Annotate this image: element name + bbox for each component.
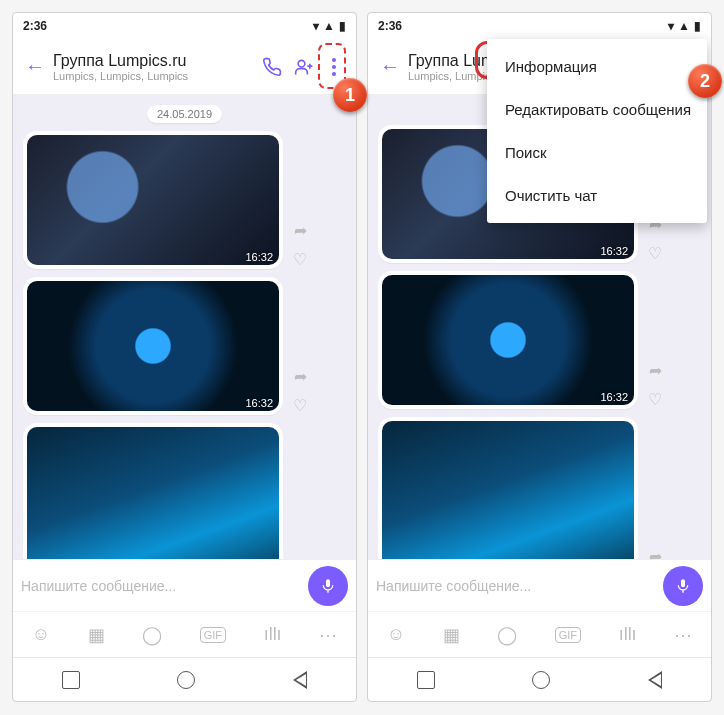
wifi-icon: ▾ — [668, 19, 674, 33]
callout-2: 2 — [688, 64, 722, 98]
image-message[interactable]: 16:32 — [378, 271, 638, 409]
menu-item-info[interactable]: Информация — [487, 45, 707, 88]
message-time: 16:32 — [245, 397, 273, 409]
gallery-icon[interactable]: ▦ — [88, 624, 105, 646]
menu-item-clear[interactable]: Очистить чат — [487, 174, 707, 217]
message-row: 16:32 ➦ ♡ — [13, 273, 356, 419]
date-pill: 24.05.2019 — [147, 105, 222, 123]
share-icon[interactable]: ➦ — [644, 547, 666, 559]
image-content — [382, 421, 634, 559]
svg-point-0 — [298, 60, 305, 67]
battery-icon: ▮ — [339, 19, 346, 33]
gif-icon[interactable]: GIF — [200, 627, 226, 643]
input-row: Напишите сообщение... — [13, 559, 356, 611]
back-button[interactable]: ← — [376, 53, 404, 81]
callout-1: 1 — [333, 78, 367, 112]
more-menu: Информация Редактировать сообщения Поиск… — [487, 39, 707, 223]
android-nav — [13, 657, 356, 701]
mic-button[interactable] — [308, 566, 348, 606]
nav-recent[interactable] — [62, 671, 80, 689]
like-icon[interactable]: ♡ — [644, 244, 666, 263]
message-row: 16:32 ➦ ♡ — [13, 419, 356, 559]
status-time: 2:36 — [378, 19, 668, 33]
gallery-icon[interactable]: ▦ — [443, 624, 460, 646]
call-button[interactable] — [256, 51, 288, 83]
message-actions: ➦ ♡ — [644, 361, 666, 409]
camera-icon[interactable]: ◯ — [497, 624, 517, 646]
message-actions: ➦ ♡ — [289, 553, 311, 559]
status-bar: 2:36 ▾ ▲ ▮ — [13, 13, 356, 39]
chat-body[interactable]: 24.05.2019 16:32 ➦ ♡ 16:32 ➦ ♡ — [13, 95, 356, 559]
wifi-icon: ▾ — [313, 19, 319, 33]
message-input[interactable]: Напишите сообщение... — [21, 578, 300, 594]
image-content — [27, 427, 279, 559]
message-actions: ➦ ♡ — [644, 547, 666, 559]
nav-home[interactable] — [532, 671, 550, 689]
audio-icon[interactable]: ıllı — [264, 624, 282, 645]
like-icon[interactable]: ♡ — [644, 390, 666, 409]
audio-icon[interactable]: ıllı — [619, 624, 637, 645]
message-row: 16:32 ➦ ♡ — [368, 267, 711, 413]
camera-icon[interactable]: ◯ — [142, 624, 162, 646]
message-time: 16:32 — [600, 245, 628, 257]
image-content — [382, 275, 634, 405]
message-actions: ➦ ♡ — [289, 221, 311, 269]
image-message[interactable]: 16:32 — [23, 277, 283, 415]
nav-recent[interactable] — [417, 671, 435, 689]
message-input[interactable]: Напишите сообщение... — [376, 578, 655, 594]
nav-back[interactable] — [293, 671, 307, 689]
sticker-icon[interactable]: ☺ — [387, 624, 405, 645]
nav-home[interactable] — [177, 671, 195, 689]
image-message[interactable]: 16:32 — [23, 423, 283, 559]
message-row: 16:32 ➦ ♡ — [368, 413, 711, 559]
phone-left: 2:36 ▾ ▲ ▮ ← Группа Lumpics.ru Lumpics, … — [12, 12, 357, 702]
nav-back[interactable] — [648, 671, 662, 689]
phone-right: 2:36 ▾ ▲ ▮ ← Группа Lumpics.ru Lumpics, … — [367, 12, 712, 702]
more-tools-icon[interactable]: ⋯ — [319, 624, 337, 646]
share-icon[interactable]: ➦ — [644, 361, 666, 380]
share-icon[interactable]: ➦ — [289, 367, 311, 386]
share-icon[interactable]: ➦ — [289, 221, 311, 240]
like-icon[interactable]: ♡ — [289, 250, 311, 269]
message-row: 16:32 ➦ ♡ — [13, 127, 356, 273]
message-time: 16:32 — [600, 391, 628, 403]
input-row: Напишите сообщение... — [368, 559, 711, 611]
tool-row: ☺ ▦ ◯ GIF ıllı ⋯ — [13, 611, 356, 657]
gif-icon[interactable]: GIF — [555, 627, 581, 643]
message-time: 16:32 — [245, 251, 273, 263]
status-bar: 2:36 ▾ ▲ ▮ — [368, 13, 711, 39]
battery-icon: ▮ — [694, 19, 701, 33]
status-icons: ▾ ▲ ▮ — [668, 19, 701, 33]
message-actions: ➦ ♡ — [289, 367, 311, 415]
back-button[interactable]: ← — [21, 53, 49, 81]
menu-item-edit[interactable]: Редактировать сообщения — [487, 88, 707, 131]
more-tools-icon[interactable]: ⋯ — [674, 624, 692, 646]
image-message[interactable]: 16:32 — [378, 417, 638, 559]
image-message[interactable]: 16:32 — [23, 131, 283, 269]
title-block[interactable]: Группа Lumpics.ru Lumpics, Lumpics, Lump… — [49, 52, 256, 82]
chat-header: ← Группа Lumpics.ru Lumpics, Lumpics, Lu… — [13, 39, 356, 95]
status-icons: ▾ ▲ ▮ — [313, 19, 346, 33]
image-content — [27, 135, 279, 265]
share-icon[interactable]: ➦ — [289, 553, 311, 559]
status-time: 2:36 — [23, 19, 313, 33]
android-nav — [368, 657, 711, 701]
signal-icon: ▲ — [678, 19, 690, 33]
signal-icon: ▲ — [323, 19, 335, 33]
chat-title: Группа Lumpics.ru — [53, 52, 256, 70]
mic-button[interactable] — [663, 566, 703, 606]
like-icon[interactable]: ♡ — [289, 396, 311, 415]
menu-item-search[interactable]: Поиск — [487, 131, 707, 174]
add-user-button[interactable] — [288, 51, 320, 83]
tool-row: ☺ ▦ ◯ GIF ıllı ⋯ — [368, 611, 711, 657]
chat-subtitle: Lumpics, Lumpics, Lumpics — [53, 70, 256, 82]
more-icon — [332, 58, 336, 76]
sticker-icon[interactable]: ☺ — [32, 624, 50, 645]
image-content — [27, 281, 279, 411]
